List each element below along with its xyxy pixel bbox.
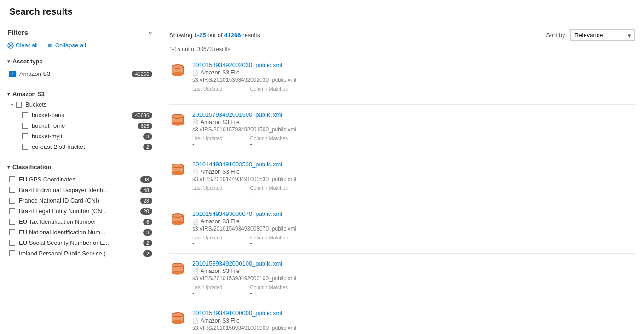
result-meta: Last Updated - Column Matches - (192, 284, 635, 296)
classification-count: 23 (140, 198, 152, 204)
last-updated-label: Last Updated (192, 136, 222, 141)
filter-classification-item[interactable]: Brazil Legal Entity Number (CN... 20 (9, 206, 152, 216)
column-matches-label: Column Matches (250, 284, 288, 290)
last-updated-label: Last Updated (192, 86, 222, 91)
result-title-link[interactable]: 201015893491000000_public.xml (192, 310, 282, 317)
bucket-label: bucket-rome (32, 122, 134, 129)
classification-count: 98 (140, 176, 152, 183)
results-header: Showing 1-25 out of 41266 results Sort b… (160, 22, 644, 43)
table-row: 201015793492001500_public.xml 📄 Amazon S… (169, 105, 635, 154)
result-meta: Last Updated - Column Matches - (192, 86, 635, 98)
column-matches-label: Column Matches (250, 136, 288, 141)
filter-bucket-item[interactable]: eu-east-2-s3-bucket 2 (22, 142, 152, 152)
classification-section-header[interactable]: ▾ Classification (7, 164, 152, 170)
result-title-link[interactable]: 201014493491003530_public.xml (192, 161, 282, 168)
filter-bucket-item[interactable]: bucket-paris 40636 (22, 110, 152, 120)
classification-count: 3 (143, 229, 152, 236)
classification-checkbox[interactable] (9, 208, 15, 214)
classification-checkbox[interactable] (9, 198, 15, 204)
result-icon (169, 112, 187, 130)
filter-classification-item[interactable]: EU Tax Identification Number 8 (9, 216, 152, 227)
filter-classification-item[interactable]: France National ID Card (CNI) 23 (9, 195, 152, 206)
sort-select[interactable]: Relevance Name Last Updated (570, 29, 635, 41)
result-icon (169, 211, 187, 229)
classification-checkbox[interactable] (9, 240, 15, 246)
result-path: s3://IRS/201014493491003530_public.xml (192, 176, 635, 182)
result-type-label: Amazon S3 File (201, 317, 240, 324)
column-matches-label: Column Matches (250, 235, 288, 240)
classification-label-item: Brazil Individual Taxpayer Identi... (19, 187, 137, 193)
bucket-checkbox[interactable] (22, 133, 28, 139)
bucket-label: eu-east-2-s3-bucket (32, 143, 139, 150)
result-icon (169, 62, 187, 80)
table-row: 201015493493008070_public.xml 📄 Amazon S… (169, 204, 635, 254)
asset-type-section-header[interactable]: ▾ Asset type (7, 58, 152, 65)
collapse-all-button[interactable]: Collapse all (47, 42, 86, 49)
table-row: 201015393492000100_public.xml 📄 Amazon S… (169, 254, 635, 303)
last-updated-label: Last Updated (192, 284, 222, 290)
amazon-s3-count: 41266 (132, 71, 152, 77)
classification-checkbox[interactable] (9, 176, 15, 182)
bucket-checkbox[interactable] (22, 123, 28, 129)
bucket-count: 625 (138, 123, 152, 129)
classification-label-item: France National ID Card (CNI) (19, 197, 137, 204)
classification-checkbox[interactable] (9, 187, 15, 193)
classification-checkbox[interactable] (9, 219, 15, 225)
sort-by-label: Sort by: (546, 32, 567, 39)
result-path: s3://IRS/201015393492002030_public.xml (192, 77, 635, 83)
result-body: 201015393492000100_public.xml 📄 Amazon S… (192, 260, 635, 296)
buckets-subsection-header[interactable]: ▾ Buckets (11, 101, 152, 108)
classification-label-item: EU Social Security Number or E... (19, 239, 139, 246)
bucket-label: bucket-paris (32, 112, 128, 119)
last-updated-value: - (192, 240, 222, 247)
result-title-link[interactable]: 201015793492001500_public.xml (192, 111, 282, 118)
buckets-checkbox[interactable] (16, 102, 22, 108)
classification-count: 2 (143, 250, 152, 257)
bucket-checkbox[interactable] (22, 112, 28, 118)
classification-label-item: Ireland Personal Public Service (... (19, 250, 139, 257)
filter-classification-item[interactable]: Brazil Individual Taxpayer Identi... 48 (9, 185, 152, 195)
last-updated-col: Last Updated - (192, 284, 222, 296)
result-type-label: Amazon S3 File (201, 69, 240, 76)
filter-classification-item[interactable]: Ireland Personal Public Service (... 2 (9, 248, 152, 259)
filter-amazon-s3[interactable]: ✓ Amazon S3 41266 (9, 68, 152, 79)
column-matches-value: - (250, 191, 288, 197)
total-count: 41266 (224, 32, 241, 39)
last-updated-col: Last Updated - (192, 136, 222, 147)
classification-checkbox[interactable] (9, 229, 15, 235)
result-type-label: Amazon S3 File (201, 169, 240, 175)
filter-bucket-item[interactable]: bucket-rome 625 (22, 120, 152, 131)
result-title-link[interactable]: 201015493493008070_public.xml (192, 210, 282, 217)
filter-classification-item[interactable]: EU Social Security Number or E... 2 (9, 238, 152, 248)
result-title-link[interactable]: 201015393492002030_public.xml (192, 62, 282, 68)
result-path: s3://IRS/201015493493008070_public.xml (192, 226, 635, 232)
column-matches-col: Column Matches - (250, 185, 288, 197)
result-type-label: Amazon S3 File (201, 119, 240, 125)
column-matches-value: - (250, 141, 288, 147)
filter-classification-item[interactable]: EU National Identification Num... 3 (9, 227, 152, 238)
classification-count: 48 (140, 187, 152, 193)
clear-all-button[interactable]: Clear all (7, 42, 38, 49)
column-matches-label: Column Matches (250, 185, 288, 191)
chevron-down-icon-buckets: ▾ (11, 102, 13, 107)
result-type: 📄 Amazon S3 File (192, 317, 635, 324)
collapse-panel-button[interactable]: « (149, 29, 152, 36)
amazon-s3-checkbox[interactable]: ✓ (9, 71, 16, 77)
column-matches-col: Column Matches - (250, 284, 288, 296)
out-of-label: out of (207, 32, 223, 39)
classification-checkbox[interactable] (9, 250, 15, 256)
result-type: 📄 Amazon S3 File (192, 119, 635, 125)
last-updated-col: Last Updated - (192, 86, 222, 98)
filter-classification-item[interactable]: EU GPS Coordinates 98 (9, 174, 152, 185)
filter-bucket-item[interactable]: bucket-myit 3 (22, 131, 152, 142)
bucket-checkbox[interactable] (22, 144, 28, 150)
amazon-s3-section-header[interactable]: ▾ Amazon S3 (7, 91, 152, 97)
classification-label-item: EU GPS Coordinates (19, 176, 137, 183)
result-icon (169, 162, 187, 179)
result-body: 201015493493008070_public.xml 📄 Amazon S… (192, 210, 635, 247)
classification-label-item: EU National Identification Num... (19, 229, 139, 236)
svg-point-35 (172, 221, 183, 225)
collapse-icon (47, 42, 53, 49)
amazon-s3-section-label: Amazon S3 (12, 91, 45, 97)
result-title-link[interactable]: 201015393492000100_public.xml (192, 260, 282, 267)
